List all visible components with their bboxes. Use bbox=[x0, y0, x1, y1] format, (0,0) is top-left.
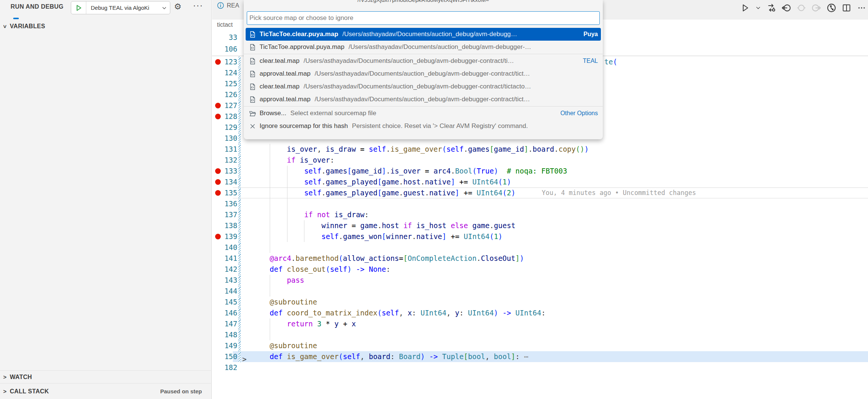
line-number: 182 bbox=[212, 362, 237, 373]
line-number: 146 bbox=[212, 308, 237, 318]
modified-line-gutter-indicator bbox=[238, 100, 241, 111]
modified-line-gutter-indicator bbox=[238, 67, 241, 78]
line-number: 150 bbox=[212, 351, 237, 362]
variables-section-header[interactable]: > VARIABLES bbox=[0, 21, 212, 32]
code-text: def is_game_over(self, board: Board) -> … bbox=[270, 351, 529, 362]
indent-guide bbox=[287, 209, 287, 220]
line-number: 125 bbox=[212, 78, 237, 89]
modified-line-gutter-indicator bbox=[238, 253, 241, 264]
modified-line-gutter-indicator bbox=[238, 286, 241, 297]
code-file-icon bbox=[249, 70, 256, 78]
code-line-143: 143pass bbox=[212, 275, 868, 286]
indent-guide bbox=[270, 275, 270, 286]
modified-line-gutter-indicator bbox=[238, 209, 241, 220]
code-line-144: 144 bbox=[212, 286, 868, 297]
editor-actions bbox=[740, 3, 866, 13]
indent-guide bbox=[287, 166, 287, 177]
chevron-down-icon[interactable] bbox=[755, 3, 761, 13]
option-description: Select external sourcemap file bbox=[290, 110, 376, 117]
code-line-140: 140 bbox=[212, 242, 868, 253]
modified-line-gutter-indicator bbox=[238, 155, 241, 166]
more-actions-icon[interactable] bbox=[856, 3, 866, 13]
code-line-138: 138winner = game.host if is_host else ga… bbox=[212, 220, 868, 231]
code-line-134: 134self.games_played[game.host.native] +… bbox=[212, 177, 868, 187]
call-stack-section-header[interactable]: > CALL STACK Paused on step bbox=[0, 383, 212, 399]
code-line-150: 150>def is_game_over(self, board: Board)… bbox=[212, 351, 868, 362]
quickpick-input[interactable] bbox=[249, 12, 596, 23]
quickpick-separator bbox=[244, 106, 603, 107]
chevron-down-icon bbox=[161, 5, 170, 11]
modified-line-gutter-indicator bbox=[238, 198, 241, 209]
chevron-right-icon: > bbox=[0, 374, 10, 380]
sourcemap-option-tictactoe-clear-puya[interactable]: TicTacToe.clear.puya.map/Users/asthayada… bbox=[246, 28, 601, 41]
code-line-146: 146def coord_to_matrix_index(self, x: UI… bbox=[212, 308, 868, 318]
option-badge: TEAL bbox=[579, 58, 598, 64]
line-number: 106 bbox=[212, 44, 237, 55]
option-label: Browse... bbox=[260, 110, 286, 117]
code-line-136: 136 bbox=[212, 198, 868, 209]
watch-label: WATCH bbox=[10, 374, 32, 381]
run-icon[interactable] bbox=[740, 3, 750, 13]
more-actions-icon[interactable]: ··· bbox=[193, 0, 203, 11]
sourcemap-option-clear-teal-1[interactable]: clear.teal.map/Users/asthayadav/Document… bbox=[246, 55, 601, 67]
split-editor-icon[interactable] bbox=[841, 3, 851, 13]
line-number: 141 bbox=[212, 253, 237, 264]
code-line-139: 139self.games_won[winner.native] += UInt… bbox=[212, 231, 868, 242]
sourcemap-option-tictactoe-approval-puya[interactable]: TicTacToe.approval.puya.map/Users/asthay… bbox=[246, 41, 601, 53]
modified-line-gutter-indicator bbox=[238, 231, 241, 242]
watch-section-header[interactable]: > WATCH bbox=[0, 370, 212, 383]
indent-guide bbox=[287, 177, 287, 187]
code-line-182: 182 bbox=[212, 362, 868, 373]
option-description: /Users/asthayadav/Documents/auction_debu… bbox=[348, 43, 531, 51]
browse-option[interactable]: Browse...Select external sourcemap fileO… bbox=[246, 107, 601, 120]
ignore-option[interactable]: Ignore sourcemap for this hashPersistent… bbox=[246, 120, 601, 132]
line-number: 148 bbox=[212, 329, 237, 340]
compare-changes-icon[interactable] bbox=[766, 3, 776, 13]
sourcemap-option-approval-teal-2[interactable]: approval.teal.map/Users/asthayadav/Docum… bbox=[246, 93, 601, 106]
indent-guide bbox=[270, 177, 270, 187]
indent-guide bbox=[287, 220, 287, 231]
code-text: if not is_draw: bbox=[304, 209, 369, 220]
code-text: winner = game.host if is_host else game.… bbox=[321, 220, 515, 231]
option-label: clear.teal.map bbox=[260, 57, 300, 65]
line-number: 132 bbox=[212, 155, 237, 166]
gear-icon[interactable]: ⚙ bbox=[174, 2, 182, 12]
run-timeline-icon[interactable] bbox=[826, 3, 836, 13]
sourcemap-option-clear-teal-2[interactable]: clear.teal.map/Users/asthayadav/Document… bbox=[246, 80, 601, 93]
modified-line-gutter-indicator bbox=[238, 133, 241, 144]
continue-icon[interactable] bbox=[796, 3, 806, 13]
sourcemap-option-approval-teal-1[interactable]: approval.teal.map/Users/asthayadav/Docum… bbox=[246, 67, 601, 80]
line-number: 134 bbox=[212, 177, 237, 187]
code-line-147: 147return 3 * y + x bbox=[212, 318, 868, 329]
option-description: /Users/asthayadav/Documents/auction_debu… bbox=[315, 96, 530, 103]
modified-line-gutter-indicator bbox=[238, 177, 241, 187]
code-file-icon bbox=[249, 83, 256, 90]
other-options-link[interactable]: Other Options bbox=[556, 110, 598, 117]
modified-line-gutter-indicator bbox=[238, 308, 241, 318]
call-stack-label: CALL STACK bbox=[10, 388, 49, 395]
code-text: te( bbox=[604, 56, 617, 67]
modified-line-gutter-indicator bbox=[238, 297, 241, 308]
tab-readme[interactable]: REA bbox=[217, 2, 239, 9]
breadcrumb[interactable]: tictact bbox=[217, 21, 233, 28]
run-and-debug-sidebar: RUN AND DEBUG Debug TEAL via AlgoKi ⚙ ··… bbox=[0, 0, 212, 399]
code-file-icon bbox=[249, 44, 256, 51]
play-icon bbox=[75, 5, 82, 11]
indent-guide bbox=[270, 329, 270, 340]
code-line-133: 133self.games[game_id].is_over = arc4.Bo… bbox=[212, 166, 868, 177]
modified-line-gutter-indicator bbox=[238, 56, 241, 67]
step-back-icon[interactable] bbox=[781, 3, 791, 13]
indent-guide bbox=[270, 198, 270, 209]
code-line-131: 131is_over, is_draw = self.is_game_over(… bbox=[212, 144, 868, 155]
start-debug-button[interactable] bbox=[71, 2, 86, 14]
code-file-icon bbox=[249, 31, 256, 38]
info-file-icon bbox=[217, 2, 224, 9]
step-forward-icon[interactable] bbox=[811, 3, 821, 13]
line-number: 138 bbox=[212, 220, 237, 231]
indent-guide bbox=[304, 220, 304, 231]
modified-line-gutter-indicator bbox=[238, 351, 241, 362]
indent-guide bbox=[270, 166, 270, 177]
modified-line-gutter-indicator bbox=[238, 166, 241, 177]
debug-config-dropdown[interactable]: Debug TEAL via AlgoKi bbox=[71, 1, 170, 14]
code-text: def close_out(self) -> None: bbox=[270, 264, 390, 275]
